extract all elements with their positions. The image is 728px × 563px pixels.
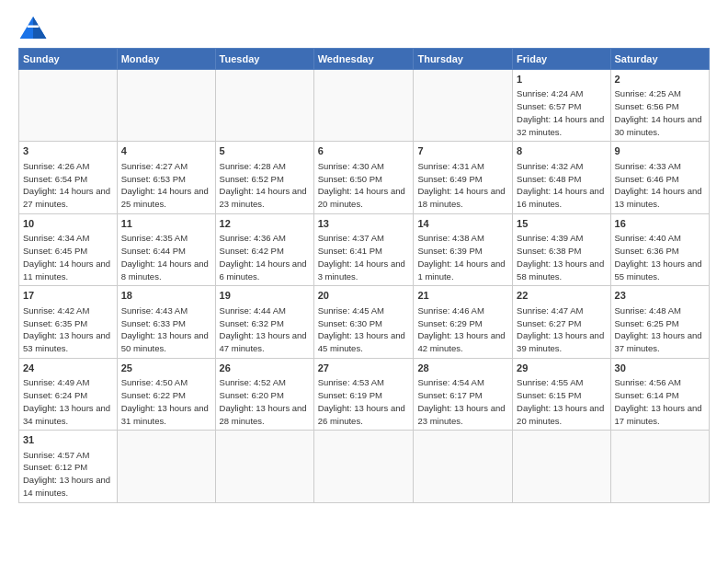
calendar-day-cell — [117, 70, 215, 142]
day-info: Sunrise: 4:56 AM Sunset: 6:14 PM Dayligh… — [615, 376, 705, 427]
calendar-week-row: 17Sunrise: 4:42 AM Sunset: 6:35 PM Dayli… — [19, 286, 710, 358]
day-info: Sunrise: 4:52 AM Sunset: 6:20 PM Dayligh… — [220, 376, 310, 427]
calendar-day-cell: 9Sunrise: 4:33 AM Sunset: 6:46 PM Daylig… — [610, 142, 709, 213]
calendar-day-cell: 5Sunrise: 4:28 AM Sunset: 6:52 PM Daylig… — [215, 142, 313, 213]
calendar-day-cell: 11Sunrise: 4:35 AM Sunset: 6:44 PM Dayli… — [117, 213, 215, 285]
day-number: 15 — [517, 217, 606, 231]
calendar-week-row: 1Sunrise: 4:24 AM Sunset: 6:57 PM Daylig… — [19, 70, 710, 142]
day-number: 7 — [417, 144, 508, 158]
logo — [18, 15, 51, 40]
day-info: Sunrise: 4:24 AM Sunset: 6:57 PM Dayligh… — [517, 87, 606, 138]
day-number: 1 — [517, 73, 606, 86]
day-number: 8 — [517, 144, 606, 158]
day-info: Sunrise: 4:49 AM Sunset: 6:24 PM Dayligh… — [23, 376, 113, 427]
day-number: 3 — [23, 144, 113, 158]
calendar-day-cell — [215, 70, 313, 142]
calendar-day-cell: 23Sunrise: 4:48 AM Sunset: 6:25 PM Dayli… — [610, 286, 709, 358]
page: SundayMondayTuesdayWednesdayThursdayFrid… — [0, 0, 728, 563]
day-number: 12 — [220, 217, 310, 231]
calendar-day-cell: 12Sunrise: 4:36 AM Sunset: 6:42 PM Dayli… — [215, 213, 313, 285]
day-number: 31 — [23, 433, 113, 447]
calendar-day-cell: 29Sunrise: 4:55 AM Sunset: 6:15 PM Dayli… — [513, 358, 610, 430]
svg-rect-2 — [28, 26, 40, 28]
calendar-day-cell — [313, 431, 414, 502]
day-info: Sunrise: 4:39 AM Sunset: 6:38 PM Dayligh… — [517, 232, 606, 282]
day-number: 10 — [23, 217, 113, 231]
day-info: Sunrise: 4:57 AM Sunset: 6:12 PM Dayligh… — [23, 449, 113, 500]
day-number: 11 — [121, 217, 211, 231]
calendar-day-cell — [414, 431, 513, 502]
day-info: Sunrise: 4:33 AM Sunset: 6:46 PM Dayligh… — [615, 160, 705, 211]
calendar-day-header: Friday — [513, 49, 610, 70]
day-info: Sunrise: 4:28 AM Sunset: 6:52 PM Dayligh… — [220, 160, 310, 211]
calendar-day-header: Saturday — [610, 49, 709, 70]
calendar-week-row: 3Sunrise: 4:26 AM Sunset: 6:54 PM Daylig… — [19, 142, 710, 213]
day-number: 27 — [318, 362, 410, 375]
day-info: Sunrise: 4:47 AM Sunset: 6:27 PM Dayligh… — [517, 304, 606, 355]
day-number: 25 — [121, 362, 211, 375]
calendar-day-cell: 8Sunrise: 4:32 AM Sunset: 6:48 PM Daylig… — [513, 142, 610, 213]
day-number: 28 — [417, 362, 508, 375]
calendar-day-cell: 22Sunrise: 4:47 AM Sunset: 6:27 PM Dayli… — [513, 286, 610, 358]
calendar-day-cell — [313, 70, 414, 142]
day-info: Sunrise: 4:46 AM Sunset: 6:29 PM Dayligh… — [417, 304, 508, 355]
calendar-day-cell: 1Sunrise: 4:24 AM Sunset: 6:57 PM Daylig… — [513, 70, 610, 142]
day-info: Sunrise: 4:45 AM Sunset: 6:30 PM Dayligh… — [318, 304, 410, 355]
day-number: 13 — [318, 217, 410, 231]
day-info: Sunrise: 4:37 AM Sunset: 6:41 PM Dayligh… — [318, 232, 410, 282]
day-number: 21 — [417, 289, 508, 303]
day-number: 23 — [615, 289, 705, 303]
calendar-day-cell — [610, 431, 709, 502]
day-number: 6 — [318, 144, 410, 158]
calendar-day-cell: 19Sunrise: 4:44 AM Sunset: 6:32 PM Dayli… — [215, 286, 313, 358]
header — [18, 15, 710, 40]
calendar-day-cell: 25Sunrise: 4:50 AM Sunset: 6:22 PM Dayli… — [117, 358, 215, 430]
calendar-week-row: 10Sunrise: 4:34 AM Sunset: 6:45 PM Dayli… — [19, 213, 710, 285]
day-info: Sunrise: 4:40 AM Sunset: 6:36 PM Dayligh… — [615, 232, 705, 282]
calendar-day-cell: 20Sunrise: 4:45 AM Sunset: 6:30 PM Dayli… — [313, 286, 414, 358]
calendar-day-cell: 31Sunrise: 4:57 AM Sunset: 6:12 PM Dayli… — [19, 431, 118, 502]
day-info: Sunrise: 4:54 AM Sunset: 6:17 PM Dayligh… — [417, 376, 508, 427]
calendar-day-cell — [215, 431, 313, 502]
day-info: Sunrise: 4:35 AM Sunset: 6:44 PM Dayligh… — [121, 232, 211, 282]
day-number: 26 — [220, 362, 310, 375]
calendar-day-cell: 10Sunrise: 4:34 AM Sunset: 6:45 PM Dayli… — [19, 213, 118, 285]
day-info: Sunrise: 4:26 AM Sunset: 6:54 PM Dayligh… — [23, 160, 113, 211]
calendar-day-header: Tuesday — [215, 49, 313, 70]
calendar-day-cell: 7Sunrise: 4:31 AM Sunset: 6:49 PM Daylig… — [414, 142, 513, 213]
calendar-day-cell: 2Sunrise: 4:25 AM Sunset: 6:56 PM Daylig… — [610, 70, 709, 142]
calendar-day-cell: 28Sunrise: 4:54 AM Sunset: 6:17 PM Dayli… — [414, 358, 513, 430]
calendar-table: SundayMondayTuesdayWednesdayThursdayFrid… — [18, 48, 710, 503]
calendar-day-cell — [414, 70, 513, 142]
calendar-day-cell — [19, 70, 118, 142]
day-number: 18 — [121, 289, 211, 303]
day-info: Sunrise: 4:31 AM Sunset: 6:49 PM Dayligh… — [417, 160, 508, 211]
day-number: 16 — [615, 217, 705, 231]
day-info: Sunrise: 4:38 AM Sunset: 6:39 PM Dayligh… — [417, 232, 508, 282]
day-number: 24 — [23, 362, 113, 375]
day-info: Sunrise: 4:30 AM Sunset: 6:50 PM Dayligh… — [318, 160, 410, 211]
calendar-header-row: SundayMondayTuesdayWednesdayThursdayFrid… — [19, 49, 710, 70]
calendar-week-row: 31Sunrise: 4:57 AM Sunset: 6:12 PM Dayli… — [19, 431, 710, 502]
day-number: 19 — [220, 289, 310, 303]
day-number: 22 — [517, 289, 606, 303]
calendar-day-cell: 18Sunrise: 4:43 AM Sunset: 6:33 PM Dayli… — [117, 286, 215, 358]
day-info: Sunrise: 4:25 AM Sunset: 6:56 PM Dayligh… — [615, 87, 705, 138]
calendar-day-cell: 13Sunrise: 4:37 AM Sunset: 6:41 PM Dayli… — [313, 213, 414, 285]
calendar-day-cell: 30Sunrise: 4:56 AM Sunset: 6:14 PM Dayli… — [610, 358, 709, 430]
calendar-day-cell: 24Sunrise: 4:49 AM Sunset: 6:24 PM Dayli… — [19, 358, 118, 430]
calendar-day-cell: 14Sunrise: 4:38 AM Sunset: 6:39 PM Dayli… — [414, 213, 513, 285]
day-info: Sunrise: 4:42 AM Sunset: 6:35 PM Dayligh… — [23, 304, 113, 355]
day-number: 17 — [23, 289, 113, 303]
day-info: Sunrise: 4:36 AM Sunset: 6:42 PM Dayligh… — [220, 232, 310, 282]
day-number: 2 — [615, 73, 705, 86]
day-info: Sunrise: 4:53 AM Sunset: 6:19 PM Dayligh… — [318, 376, 410, 427]
calendar-day-cell — [117, 431, 215, 502]
day-number: 5 — [220, 144, 310, 158]
calendar-day-cell: 15Sunrise: 4:39 AM Sunset: 6:38 PM Dayli… — [513, 213, 610, 285]
day-number: 20 — [318, 289, 410, 303]
day-info: Sunrise: 4:50 AM Sunset: 6:22 PM Dayligh… — [121, 376, 211, 427]
day-info: Sunrise: 4:27 AM Sunset: 6:53 PM Dayligh… — [121, 160, 211, 211]
day-number: 14 — [417, 217, 508, 231]
calendar-day-cell — [513, 431, 610, 502]
